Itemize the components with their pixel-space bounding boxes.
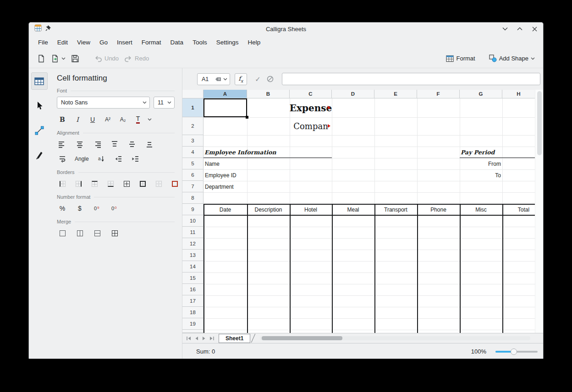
column-header-G[interactable]: G: [460, 90, 502, 98]
increase-precision-button[interactable]: 09: [92, 203, 103, 214]
merge-horizontal-button[interactable]: [74, 228, 85, 239]
cell-A5-name[interactable]: Name: [205, 158, 220, 169]
cell-B9-description[interactable]: Description: [247, 204, 290, 215]
cell-C9-hotel[interactable]: Hotel: [290, 204, 332, 215]
column-header-C[interactable]: C: [290, 90, 332, 98]
border-right-button[interactable]: [73, 178, 84, 189]
add-shape-button[interactable]: Add Shape: [486, 52, 538, 65]
subscript-button[interactable]: A₂: [117, 114, 128, 125]
format-button[interactable]: Format: [443, 53, 478, 65]
connector-tool-button[interactable]: [31, 122, 48, 139]
align-right-button[interactable]: [92, 139, 103, 150]
first-sheet-button[interactable]: [185, 334, 192, 342]
angle-button[interactable]: Angle: [74, 153, 90, 164]
font-size-select[interactable]: 11: [154, 97, 175, 109]
border-none-button[interactable]: [153, 178, 164, 189]
row-header-16[interactable]: 16: [182, 284, 204, 295]
cell-A6-employee-id[interactable]: Employee ID: [205, 169, 236, 181]
cell-D9-meal[interactable]: Meal: [332, 204, 374, 215]
row-header-13[interactable]: 13: [182, 250, 204, 261]
accept-entry-button[interactable]: ✓: [252, 73, 264, 85]
cell-tool-button[interactable]: [31, 72, 48, 90]
open-document-button[interactable]: [48, 52, 68, 65]
save-button[interactable]: [68, 52, 82, 65]
zoom-slider-thumb[interactable]: [511, 348, 517, 355]
cell-A9-date[interactable]: Date: [204, 204, 247, 215]
menu-tools[interactable]: Tools: [188, 37, 212, 48]
cell-A4-employee-information[interactable]: Employee Information: [204, 147, 276, 158]
cell-G5-from[interactable]: From: [460, 158, 501, 169]
next-sheet-button[interactable]: [200, 334, 208, 342]
border-bottom-button[interactable]: [105, 178, 116, 189]
vertical-scrollbar-thumb[interactable]: [537, 91, 542, 155]
undo-button[interactable]: Undo: [91, 52, 121, 65]
column-header-H[interactable]: H: [502, 90, 535, 98]
row-header-14[interactable]: 14: [182, 261, 204, 272]
bold-button[interactable]: B: [57, 114, 68, 125]
horizontal-scrollbar[interactable]: [260, 336, 530, 340]
previous-sheet-button[interactable]: [192, 334, 200, 342]
font-family-select[interactable]: Noto Sans: [57, 97, 150, 109]
text-color-button[interactable]: T: [132, 114, 143, 125]
row-header-1[interactable]: 1: [182, 98, 204, 117]
row-header-8[interactable]: 8: [182, 192, 204, 204]
row-header-18[interactable]: 18: [182, 307, 204, 318]
menu-view[interactable]: View: [72, 37, 95, 48]
wrap-text-button[interactable]: [57, 153, 68, 164]
row-header-6[interactable]: 6: [182, 169, 204, 181]
vertical-scrollbar[interactable]: [535, 90, 543, 333]
redo-button[interactable]: Redo: [121, 52, 152, 65]
cell-E9-transport[interactable]: Transport: [374, 204, 417, 215]
column-header-B[interactable]: B: [247, 90, 290, 98]
row-header-3[interactable]: 3: [182, 135, 204, 147]
decrease-precision-button[interactable]: 00: [109, 203, 120, 214]
cell-C2-company[interactable]: Compan: [290, 117, 332, 135]
row-header-17[interactable]: 17: [182, 295, 204, 307]
superscript-button[interactable]: A²: [102, 114, 113, 125]
pin-icon[interactable]: [45, 25, 51, 33]
new-document-button[interactable]: [34, 52, 48, 65]
last-sheet-button[interactable]: [208, 334, 216, 342]
row-header-9[interactable]: 9: [182, 204, 204, 215]
merge-vertical-button[interactable]: [92, 228, 103, 239]
row-header-12[interactable]: 12: [182, 238, 204, 250]
close-icon[interactable]: [531, 26, 538, 32]
minimize-icon[interactable]: [502, 26, 508, 32]
row-header-5[interactable]: 5: [182, 158, 204, 169]
column-header-F[interactable]: F: [417, 90, 460, 98]
row-header-19[interactable]: 19: [182, 318, 204, 330]
currency-format-button[interactable]: $: [74, 203, 85, 214]
menu-settings[interactable]: Settings: [212, 37, 243, 48]
row-header-2[interactable]: 2: [182, 117, 204, 135]
cell-F9-phone[interactable]: Phone: [417, 204, 460, 215]
cell-G9-misc[interactable]: Misc: [460, 204, 502, 215]
select-all-corner[interactable]: [182, 90, 204, 98]
menu-edit[interactable]: Edit: [53, 37, 72, 48]
formula-input[interactable]: [282, 73, 540, 85]
align-bottom-button[interactable]: [144, 139, 155, 150]
percent-format-button[interactable]: %: [57, 203, 68, 214]
menu-format[interactable]: Format: [137, 37, 166, 48]
menu-help[interactable]: Help: [243, 37, 265, 48]
border-outline-button[interactable]: [137, 178, 148, 189]
formula-builder-button[interactable]: fx: [235, 73, 247, 85]
cell-reference-combobox[interactable]: A1: [197, 73, 230, 85]
selection-handle[interactable]: [246, 116, 248, 119]
border-all-button[interactable]: [121, 178, 132, 189]
border-left-button[interactable]: [57, 178, 68, 189]
column-header-D[interactable]: D: [332, 90, 374, 98]
align-left-button[interactable]: [57, 139, 68, 150]
sheet-grid[interactable]: A B C D E F G H 1 2 3 4 5 6 7 8: [182, 90, 535, 333]
increase-indent-button[interactable]: [130, 153, 141, 164]
menu-data[interactable]: Data: [166, 37, 188, 48]
menu-file[interactable]: File: [33, 37, 53, 48]
row-header-15[interactable]: 15: [182, 272, 204, 284]
sheet-tab-sheet1[interactable]: Sheet1: [219, 334, 250, 343]
selected-cell-A1[interactable]: [204, 98, 247, 117]
menu-go[interactable]: Go: [95, 37, 112, 48]
calligraphy-tool-button[interactable]: [31, 147, 48, 164]
column-header-E[interactable]: E: [374, 90, 417, 98]
menu-insert[interactable]: Insert: [112, 37, 137, 48]
row-header-4[interactable]: 4: [182, 147, 204, 158]
cell-A7-department[interactable]: Department: [205, 181, 234, 192]
